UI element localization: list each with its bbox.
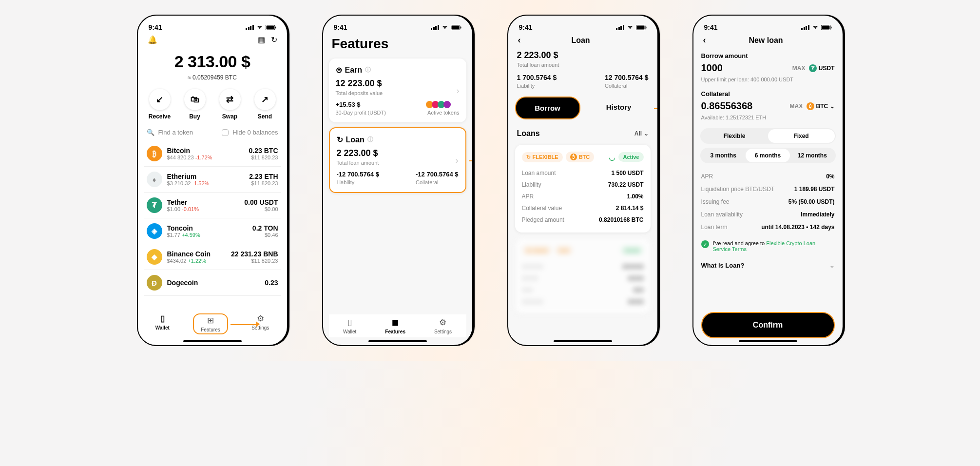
loan-value: 2 223.00 $ [337,148,459,158]
battery-icon [266,25,276,30]
tabbar: ▯Wallet ◼Features ⚙Settings [329,314,466,337]
loans-title: Loans [517,129,540,138]
token-row[interactable]: ₿Bitcoin$44 820.23 -1.72%0.23 BTC$11 820… [144,141,281,167]
earn-sub: Total deposits value [336,90,460,96]
chevron-right-icon: › [457,85,460,96]
home-indicator [183,340,242,342]
currency-select[interactable]: ₿ BTC ⌄ [807,102,834,110]
seg-12m[interactable]: 12 months [790,149,834,162]
info-icon: ⓘ [367,136,373,144]
collateral-input[interactable]: 0.86556368 [701,100,769,112]
loan-card[interactable]: ↻Loanⓘ 2 223.00 $ Total loan amount -12 … [329,127,466,193]
header: ‹ Loan [514,32,652,48]
bell-icon[interactable]: 🔔 [148,35,157,44]
phone-loan: 9:41 ‹ Loan 2 223.00 $ Total loan amount… [507,15,658,346]
token-row[interactable]: ◆Binance Coin$434.02 +1.22%22 231.23 BNB… [144,244,281,270]
phone-features: 9:41 Features ⊜Earnⓘ 12 223.00 $ Total d… [322,15,473,346]
confirm-button[interactable]: Confirm [701,312,835,338]
earn-card[interactable]: ⊜Earnⓘ 12 223.00 $ Total deposits value … [329,58,466,122]
btc-badge: ₿BTC [566,152,595,162]
earn-value: 12 223.00 $ [336,78,460,89]
svg-rect-5 [461,26,461,28]
active-tokens-icons [427,101,459,108]
loan-detail-row: Collateral value2 814.14 $ [522,202,644,214]
page-title: New loan [706,36,826,45]
search-input[interactable]: Find a token [158,129,218,136]
tab-wallet[interactable]: ▯Wallet [155,313,170,334]
total-loan-value: 2 223.00 $ [517,50,649,60]
summary-row: Loan availabilityImmediately [701,208,835,221]
battery-icon [636,25,647,30]
loan-item[interactable]: ↻FLEXIBLE ₿BTC ◡ Active Loan amount1 500… [515,145,651,233]
filter-dropdown[interactable]: All ⌄ [634,130,649,137]
chevron-down-icon: ⌄ [644,130,649,137]
qr-icon[interactable]: ▦ [258,35,265,44]
token-list: ₿Bitcoin$44 820.23 -1.72%0.23 BTC$11 820… [144,141,281,296]
token-row[interactable]: ◈Toncoin$1.77 +4.59%0.2 TON$0.46 [144,218,281,244]
chevron-down-icon: ⌄ [830,102,835,109]
refresh-icon[interactable]: ↻ [271,35,277,44]
home-indicator [368,340,427,342]
loan-detail-row: APR1.00% [522,191,644,202]
status-bar: 9:41 [329,20,466,32]
tab-wallet[interactable]: ▯Wallet [343,317,356,334]
send-button[interactable]: ↗Send [249,89,281,120]
tab-features[interactable]: ◼Features [385,317,405,334]
swap-button[interactable]: ⇄Swap [214,89,246,120]
loan-detail-row: Pledged amount0.82010168 BTC [522,214,644,226]
tabbar: ▯Wallet ⊞Features ⚙Settings [144,311,281,337]
token-row[interactable]: ÐDogecoin 0.23 [144,270,281,296]
status-time: 9:41 [704,23,718,31]
type-segment: Flexible Fixed [700,128,836,144]
signal-icon [616,25,624,30]
loan-icon: ↻ [337,135,343,144]
borrow-input[interactable]: 1000 [701,62,769,74]
page-title: Features [329,32,466,58]
status-time: 9:41 [334,23,347,31]
borrow-label: Borrow amount [701,52,835,59]
check-icon: ✓ [701,240,709,248]
loan-detail-row: Liability730.22 USDT [522,179,644,191]
seg-3m[interactable]: 3 months [701,149,746,162]
receive-button[interactable]: ↙Receive [144,89,176,120]
currency-select[interactable]: ₮ USDT [809,64,834,72]
seg-6m[interactable]: 6 months [746,149,790,162]
wallet-icon: ▯ [160,313,165,324]
svg-rect-1 [266,25,274,29]
svg-rect-7 [636,25,644,29]
buy-button[interactable]: 🛍Buy [179,89,211,120]
token-row[interactable]: ♦Etherium$3 210.32 -1.52%2.23 ETH$11 820… [144,167,281,193]
chevron-down-icon: ⌄ [829,262,835,269]
loan-icon: ↻ [526,154,531,160]
term-segment: 3 months 6 months 12 months [700,148,836,163]
wifi-icon [626,24,634,30]
wallet-icon: ▯ [347,317,352,328]
hide-zero-checkbox[interactable] [222,129,229,136]
tab-settings[interactable]: ⚙Settings [434,317,452,334]
max-button[interactable]: MAX [789,103,803,110]
loan-detail-row: Loan amount1 500 USDT [522,167,644,179]
home-indicator [554,340,612,342]
tab-features[interactable]: ⊞Features [193,313,228,334]
info-icon: ⓘ [365,66,371,74]
balance: 2 313.00 $ ≈ 0.05209459 BTC [144,52,281,81]
max-button[interactable]: MAX [792,65,806,72]
balance-main: 2 313.00 $ [144,52,281,71]
coins-icon: ⊜ [336,65,342,75]
agree-row[interactable]: ✓ I've read and agree to Flexible Crypto… [699,236,837,256]
history-button[interactable]: History [587,97,651,119]
seg-flexible[interactable]: Flexible [701,129,768,143]
segment-row: Borrow History [515,97,651,119]
svg-rect-11 [831,26,832,28]
quick-actions: ↙Receive 🛍Buy ⇄Swap ↗Send [144,89,281,120]
borrow-button[interactable]: Borrow [515,97,580,119]
seg-fixed[interactable]: Fixed [768,129,835,143]
token-row[interactable]: ₮Tether$1.00 -0.01%0.00 USDT$0.00 [144,193,281,218]
what-is-loan[interactable]: What is Loan? ⌄ [699,256,837,275]
status-time: 9:41 [149,23,162,31]
status-icons [246,24,276,30]
loan-item-blurred: ▢ ▢▢▢▢▢▢▢▢ ▢▢▢▢▢▢▢▢ ▢▢▢▢▢▢ ▢▢▢▢ ▢▢▢▢▢▢▢ [515,238,651,314]
search-row: 🔍 Find a token Hide 0 balances [144,129,281,136]
signal-icon [801,25,809,30]
status-bar: 9:41 [514,20,652,32]
